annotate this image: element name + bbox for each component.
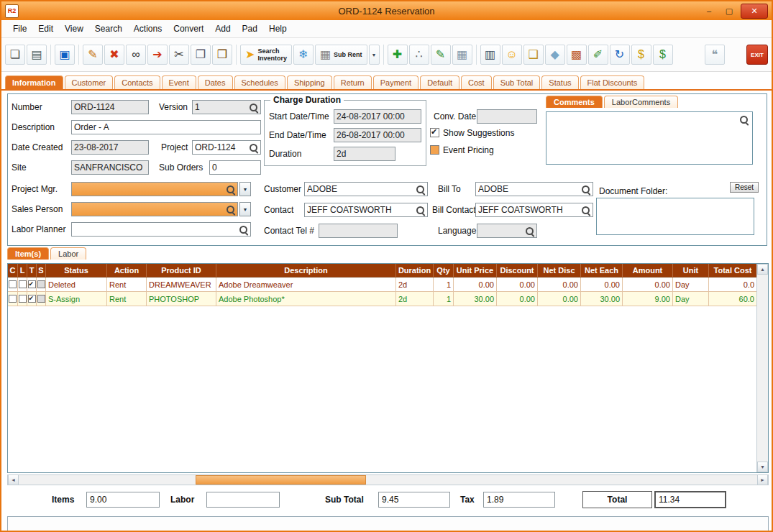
labor-total-field[interactable] (206, 492, 280, 508)
scroll-left-button[interactable]: ◄ (8, 475, 19, 485)
column-header-discount[interactable]: Discount (497, 264, 538, 277)
search-icon[interactable] (416, 206, 425, 215)
paste-button[interactable]: ❒ (212, 45, 232, 65)
customer-field[interactable]: ADOBE (304, 182, 428, 196)
comments-textarea[interactable] (546, 111, 753, 165)
menu-add[interactable]: Add (209, 22, 236, 36)
close-button[interactable]: ✕ (741, 4, 768, 19)
number-field[interactable]: ORD-1124 (71, 100, 149, 114)
add-item-button[interactable]: ✚ (388, 45, 408, 65)
start-date-field[interactable]: 24-08-2017 00:00 (334, 109, 421, 124)
tab-dates[interactable]: Dates (198, 75, 233, 89)
search-icon[interactable] (525, 226, 534, 236)
comment-button[interactable]: ❝ (705, 45, 725, 65)
row-checkbox[interactable] (37, 280, 45, 288)
project-mgr-dropdown-button[interactable]: ▼ (239, 182, 251, 196)
edit-button[interactable]: ✎ (83, 45, 103, 65)
exit-button[interactable]: EXIT (746, 45, 768, 65)
sub-rent-button[interactable]: ▦Sub Rent (315, 45, 367, 65)
tab-labor[interactable]: Labor (50, 247, 86, 260)
row-checkbox[interactable] (9, 280, 17, 288)
search-icon[interactable] (239, 225, 248, 234)
save-button[interactable]: ▣ (55, 45, 75, 65)
column-header-s[interactable]: S (37, 264, 46, 277)
vertical-scroll-track[interactable] (757, 275, 768, 462)
sales-person-field[interactable] (71, 202, 238, 216)
column-header-action[interactable]: Action (107, 264, 147, 277)
reset-button[interactable]: Reset (730, 182, 759, 193)
duration-field[interactable]: 2d (334, 147, 395, 161)
sub-orders-field[interactable]: 0 (209, 160, 261, 175)
fax-button[interactable]: ▥ (480, 45, 500, 65)
documents-button[interactable]: ❑ (523, 45, 544, 65)
sub-rent-options-button[interactable]: ▼ (369, 45, 380, 65)
date-created-field[interactable]: 23-08-2017 (71, 140, 149, 155)
description-field[interactable]: Order - A (71, 120, 261, 134)
items-total-field[interactable]: 9.00 (86, 492, 160, 508)
tab-shipping[interactable]: Shipping (287, 75, 332, 89)
tab-cost[interactable]: Cost (461, 75, 492, 89)
table-row[interactable]: DeletedRentDREAMWEAVERAdobe Dreamweaver2… (8, 278, 757, 292)
tab-laborcomments[interactable]: LaborComments (604, 96, 678, 108)
charges-button[interactable]: $ (631, 45, 651, 65)
conv-date-field[interactable] (477, 109, 537, 124)
tab-information[interactable]: Information (5, 75, 63, 89)
title-bar[interactable]: R2 ORD-1124 Reservation – ▢ ✕ (1, 1, 772, 20)
copy-button[interactable]: ❐ (191, 45, 211, 65)
search-icon[interactable] (249, 103, 258, 112)
column-header-c[interactable]: C (8, 264, 18, 277)
assemblies-button[interactable]: ▩ (567, 45, 587, 65)
search-inventory-button[interactable]: ➤SearchInventory (240, 45, 292, 65)
search-icon[interactable] (581, 185, 590, 194)
print-button[interactable]: ▤ (27, 45, 47, 65)
project-mgr-field[interactable] (71, 182, 238, 196)
cut-button[interactable]: ✂ (169, 45, 189, 65)
row-checkbox[interactable] (19, 280, 27, 288)
column-header-amount[interactable]: Amount (623, 264, 673, 277)
search-icon[interactable] (416, 185, 425, 194)
row-checkbox[interactable] (28, 295, 36, 303)
search-icon[interactable] (581, 206, 590, 215)
column-header-status[interactable]: Status (46, 264, 107, 277)
minimize-button[interactable]: – (700, 5, 718, 17)
maximize-button[interactable]: ▢ (721, 5, 738, 17)
column-header-unit-price[interactable]: Unit Price (454, 264, 497, 277)
new-button[interactable]: ❏ (5, 45, 25, 65)
column-header-qty[interactable]: Qty (434, 264, 454, 277)
menu-actions[interactable]: Actions (128, 22, 168, 36)
add-to-order-button[interactable]: ❄ (293, 45, 314, 65)
notes-button[interactable]: ✎ (431, 45, 451, 65)
kits-button[interactable]: ∴ (409, 45, 429, 65)
subtotal-field[interactable]: 9.45 (378, 492, 450, 508)
tab-customer[interactable]: Customer (65, 75, 114, 89)
search-icon[interactable] (249, 143, 258, 152)
contact-tel-field[interactable] (319, 224, 398, 238)
row-checkbox[interactable] (37, 295, 45, 303)
menu-convert[interactable]: Convert (168, 22, 209, 36)
menu-search[interactable]: Search (89, 22, 128, 36)
tab-sub-total[interactable]: Sub Total (493, 75, 541, 89)
menu-help[interactable]: Help (263, 22, 293, 36)
show-suggestions-checkbox[interactable] (430, 128, 439, 137)
smiley-button[interactable]: ☺ (502, 45, 522, 65)
column-header-t[interactable]: T (27, 264, 37, 277)
refresh-rates-button[interactable]: ↻ (610, 45, 630, 65)
scroll-right-button[interactable]: ► (757, 475, 768, 485)
tab-return[interactable]: Return (334, 75, 372, 89)
tab-contacts[interactable]: Contacts (114, 75, 160, 89)
end-date-field[interactable]: 26-08-2017 00:00 (334, 128, 421, 142)
package-button[interactable]: ◆ (545, 45, 565, 65)
menu-pad[interactable]: Pad (237, 22, 263, 36)
search-icon[interactable] (739, 115, 749, 124)
menu-edit[interactable]: Edit (32, 22, 59, 36)
scroll-down-button[interactable]: ▼ (757, 462, 768, 472)
convert-button[interactable]: ➔ (147, 45, 168, 65)
language-field[interactable] (477, 224, 537, 238)
vertical-scrollbar[interactable]: ▲ ▼ (756, 264, 768, 472)
horizontal-scrollbar[interactable]: ◄ ► (7, 474, 769, 485)
sales-person-dropdown-button[interactable]: ▼ (239, 202, 251, 216)
tax-field[interactable]: 1.89 (483, 492, 555, 508)
table-row[interactable]: S-AssignRentPHOTOSHOPAdobe Photoshop*2d1… (8, 292, 757, 306)
column-header-total-cost[interactable]: Total Cost (709, 264, 757, 277)
event-pricing-checkbox[interactable] (430, 145, 439, 155)
